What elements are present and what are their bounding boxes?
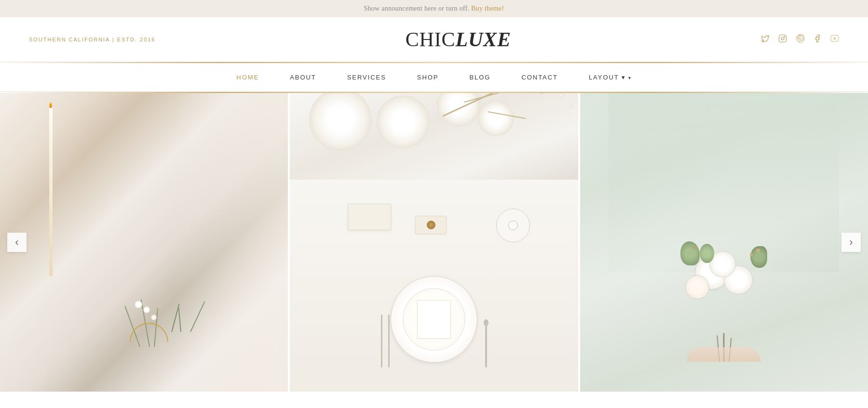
- slider-next-button[interactable]: ›: [841, 233, 861, 252]
- bouquet-group: [671, 241, 777, 362]
- spoon: [485, 319, 487, 368]
- site-header: SOUTHERN CALIFORNIA | ESTD. 2016 CHICLUX…: [0, 17, 868, 62]
- fork-1: [381, 315, 382, 368]
- announcement-link[interactable]: Buy theme!: [471, 5, 504, 12]
- svg-point-2: [785, 36, 785, 37]
- slide-1-decor: [0, 93, 288, 392]
- nav-item-shop[interactable]: SHOP: [402, 63, 454, 92]
- slide-1: [0, 93, 288, 392]
- nav-item-layout[interactable]: LAYOUT ▾: [573, 63, 647, 92]
- announcement-text: Show announcement here or turn off.: [364, 5, 469, 12]
- pinterest-icon[interactable]: [796, 34, 804, 45]
- header-tagline: SOUTHERN CALIFORNIA | ESTD. 2016: [29, 37, 155, 42]
- nav-item-about[interactable]: ABOUT: [274, 63, 332, 92]
- dinner-plate: [391, 276, 477, 363]
- fork-2: [388, 315, 390, 368]
- envelope: [348, 204, 391, 230]
- glass-dish: [496, 209, 530, 242]
- slide-2-decor: [290, 93, 578, 392]
- nav-item-services[interactable]: SERVICES: [332, 63, 402, 92]
- social-icons-group: [761, 34, 839, 45]
- svg-rect-0: [779, 35, 787, 42]
- slide-3: [578, 93, 868, 392]
- top-flowers: [288, 93, 578, 192]
- nav-items-list: HOME ABOUT SERVICES SHOP BLOG CONTACT LA…: [221, 63, 647, 92]
- instagram-icon[interactable]: [778, 34, 787, 45]
- site-logo[interactable]: CHICLUXE: [406, 28, 511, 51]
- slide-3-decor: [580, 93, 868, 392]
- dress-hint: [173, 93, 288, 392]
- prev-arrow-icon: ‹: [15, 236, 18, 249]
- svg-point-1: [781, 37, 784, 40]
- logo-luxe: LUXE: [455, 28, 511, 51]
- facebook-icon[interactable]: [813, 34, 822, 45]
- twitter-icon[interactable]: [761, 34, 770, 45]
- nav-item-home[interactable]: HOME: [221, 63, 274, 92]
- nav-item-blog[interactable]: BLOG: [454, 63, 506, 92]
- wax-seal-box: [415, 216, 447, 234]
- nav-item-contact[interactable]: CONTACT: [506, 63, 573, 92]
- hero-slider: ‹ ›: [0, 93, 868, 392]
- dress-shoulder: [580, 93, 868, 242]
- slide-2: [288, 93, 578, 392]
- youtube-icon[interactable]: [830, 34, 839, 45]
- main-nav: HOME ABOUT SERVICES SHOP BLOG CONTACT LA…: [0, 63, 868, 92]
- slider-images: [0, 93, 868, 392]
- announcement-bar: Show announcement here or turn off. Buy …: [0, 0, 868, 17]
- next-arrow-icon: ›: [849, 236, 853, 249]
- logo-chic: CHIC: [406, 28, 456, 51]
- slider-prev-button[interactable]: ‹: [7, 233, 27, 252]
